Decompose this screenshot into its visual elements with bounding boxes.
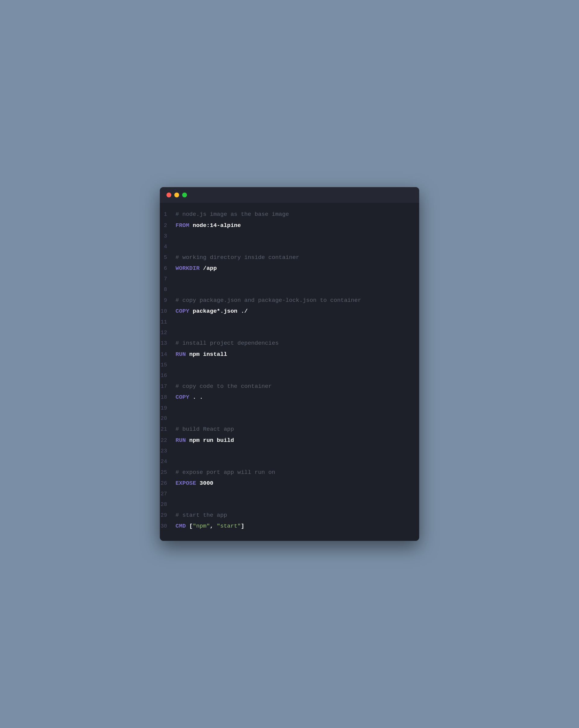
- keyword: COPY: [175, 308, 189, 314]
- code-line: 23: [160, 446, 419, 457]
- string-value: "start": [217, 523, 241, 529]
- value-text: package*.json ./: [189, 308, 248, 314]
- comment-text: # copy code to the container: [175, 383, 272, 390]
- line-number: 30: [160, 522, 175, 530]
- line-number: 5: [160, 253, 175, 262]
- comment-text: # install project dependencies: [175, 340, 279, 346]
- code-line: 13# install project dependencies: [160, 338, 419, 348]
- code-window: 1# node.js image as the base image2FROM …: [160, 187, 419, 541]
- line-number: 24: [160, 457, 175, 466]
- keyword: EXPOSE: [175, 480, 196, 487]
- code-line: 16: [160, 370, 419, 381]
- line-number: 17: [160, 382, 175, 391]
- code-line: 19: [160, 403, 419, 414]
- line-content: EXPOSE 3000: [175, 479, 213, 488]
- keyword: COPY: [175, 394, 189, 400]
- code-line: 5# working directory inside container: [160, 252, 419, 263]
- code-line: 24: [160, 457, 419, 467]
- code-line: 12: [160, 328, 419, 338]
- code-line: 4: [160, 241, 419, 252]
- code-line: 1# node.js image as the base image: [160, 209, 419, 220]
- code-line: 29# start the app: [160, 510, 419, 521]
- code-line: 20: [160, 413, 419, 424]
- line-content: RUN npm run build: [175, 436, 234, 445]
- line-content: COPY package*.json ./: [175, 307, 248, 316]
- line-number: 22: [160, 436, 175, 445]
- line-content: RUN npm install: [175, 350, 227, 359]
- value-text: [: [186, 523, 193, 529]
- line-number: 8: [160, 285, 175, 294]
- line-content: # copy code to the container: [175, 382, 272, 391]
- code-line: 15: [160, 360, 419, 370]
- code-line: 26EXPOSE 3000: [160, 478, 419, 489]
- titlebar: [160, 187, 419, 203]
- line-number: 21: [160, 425, 175, 434]
- line-number: 15: [160, 361, 175, 369]
- line-number: 27: [160, 490, 175, 498]
- comment-text: # working directory inside container: [175, 254, 299, 261]
- line-number: 29: [160, 511, 175, 520]
- value-text: node:14-alpine: [189, 222, 241, 229]
- line-number: 14: [160, 350, 175, 359]
- line-number: 25: [160, 468, 175, 477]
- code-editor: 1# node.js image as the base image2FROM …: [160, 203, 419, 541]
- code-line: 21# build React app: [160, 424, 419, 435]
- value-text: npm install: [186, 351, 227, 358]
- line-content: # install project dependencies: [175, 339, 279, 348]
- keyword: FROM: [175, 222, 189, 229]
- code-line: 11: [160, 317, 419, 328]
- value-text: . .: [189, 394, 203, 400]
- value-text: 3000: [196, 480, 213, 487]
- line-number: 20: [160, 414, 175, 423]
- line-number: 16: [160, 371, 175, 380]
- code-line: 3: [160, 231, 419, 241]
- value-text: ]: [241, 523, 244, 529]
- line-number: 28: [160, 500, 175, 509]
- code-line: 9# copy package.json and package-lock.js…: [160, 295, 419, 306]
- code-line: 2FROM node:14-alpine: [160, 220, 419, 231]
- line-number: 10: [160, 307, 175, 316]
- line-number: 9: [160, 296, 175, 305]
- line-content: WORKDIR /app: [175, 264, 217, 273]
- line-number: 19: [160, 404, 175, 413]
- line-number: 7: [160, 275, 175, 283]
- code-line: 7: [160, 274, 419, 284]
- line-number: 6: [160, 264, 175, 273]
- value-text: npm run build: [186, 437, 234, 444]
- line-content: CMD ["npm", "start"]: [175, 522, 244, 530]
- keyword: WORKDIR: [175, 265, 200, 271]
- string-value: "npm": [193, 523, 210, 529]
- close-button[interactable]: [166, 192, 171, 198]
- line-content: # start the app: [175, 511, 227, 520]
- line-number: 26: [160, 479, 175, 488]
- line-number: 12: [160, 329, 175, 337]
- line-content: COPY . .: [175, 393, 203, 402]
- code-line: 22RUN npm run build: [160, 435, 419, 446]
- comment-text: # build React app: [175, 426, 234, 433]
- code-line: 14RUN npm install: [160, 349, 419, 360]
- keyword: RUN: [175, 351, 186, 358]
- line-content: # build React app: [175, 425, 234, 434]
- line-content: # node.js image as the base image: [175, 210, 289, 219]
- code-line: 18COPY . .: [160, 392, 419, 402]
- code-line: 30CMD ["npm", "start"]: [160, 521, 419, 531]
- minimize-button[interactable]: [174, 192, 179, 198]
- line-number: 11: [160, 318, 175, 327]
- comment-text: # expose port app will run on: [175, 469, 275, 476]
- line-number: 23: [160, 447, 175, 456]
- code-line: 10COPY package*.json ./: [160, 306, 419, 317]
- code-line: 8: [160, 284, 419, 295]
- keyword: RUN: [175, 437, 186, 444]
- maximize-button[interactable]: [182, 192, 187, 198]
- keyword: CMD: [175, 523, 186, 529]
- value-text: ,: [210, 523, 217, 529]
- value-text: /app: [200, 265, 217, 271]
- code-line: 28: [160, 499, 419, 510]
- code-line: 25# expose port app will run on: [160, 467, 419, 478]
- line-number: 1: [160, 210, 175, 219]
- comment-text: # copy package.json and package-lock.jso…: [175, 297, 361, 304]
- code-line: 6WORKDIR /app: [160, 263, 419, 274]
- line-content: # copy package.json and package-lock.jso…: [175, 296, 361, 305]
- line-content: # expose port app will run on: [175, 468, 275, 477]
- comment-text: # node.js image as the base image: [175, 211, 289, 217]
